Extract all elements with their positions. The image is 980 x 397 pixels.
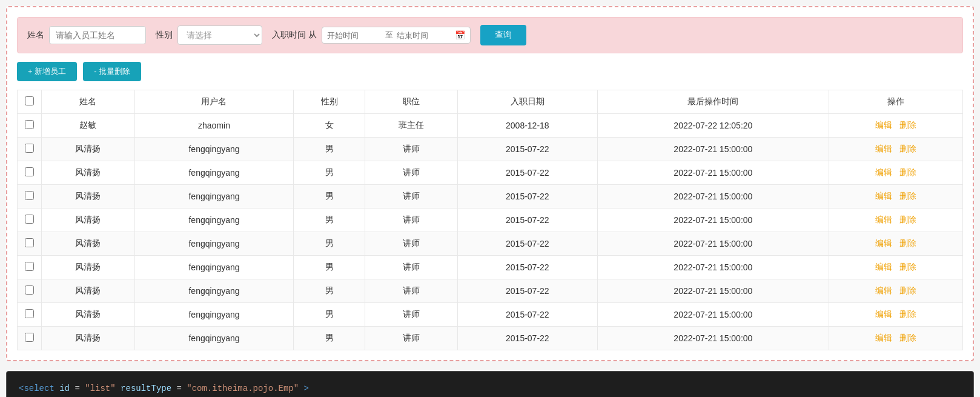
edit-link-0[interactable]: 编辑	[875, 120, 892, 130]
row-checkbox-7[interactable]	[25, 285, 34, 295]
name-label: 姓名	[27, 30, 44, 41]
row-checkbox-0[interactable]	[25, 120, 34, 129]
table-row: 风清扬 fengqingyang 男 讲师 2015-07-22 2022-07…	[18, 279, 963, 303]
cell-name: 风清扬	[42, 232, 135, 256]
row-checkbox-cell	[18, 161, 42, 185]
name-input[interactable]	[49, 26, 146, 44]
cell-entry-date: 2015-07-22	[458, 303, 598, 327]
delete-link-7[interactable]: 删除	[899, 285, 916, 295]
col-header-last-op: 最后操作时间	[597, 90, 829, 114]
cell-name: 风清扬	[42, 303, 135, 327]
edit-link-1[interactable]: 编辑	[875, 144, 892, 153]
cell-last-op: 2022-07-21 15:00:00	[597, 232, 829, 256]
edit-link-2[interactable]: 编辑	[875, 167, 892, 177]
cell-actions: 编辑 删除	[829, 256, 963, 279]
main-panel: 姓名 性别 请选择 男 女 入职时间 从 至 📅 查询 + 新增员工 - 批量删…	[6, 6, 974, 361]
cell-actions: 编辑 删除	[829, 232, 963, 256]
table-row: 风清扬 fengqingyang 男 讲师 2015-07-22 2022-07…	[18, 138, 963, 161]
row-checkbox-cell	[18, 303, 42, 327]
cell-entry-date: 2015-07-22	[458, 161, 598, 185]
cell-gender: 女	[294, 114, 365, 138]
delete-link-5[interactable]: 删除	[899, 238, 916, 248]
cell-name: 风清扬	[42, 161, 135, 185]
row-checkbox-cell	[18, 209, 42, 232]
cell-username: fengqingyang	[134, 185, 294, 209]
select-tag-gt: >	[304, 384, 309, 393]
table-row: 风清扬 fengqingyang 男 讲师 2015-07-22 2022-07…	[18, 303, 963, 327]
sql-line-1: <select id = "list" resultType = "com.it…	[19, 381, 961, 396]
date-end-input[interactable]	[397, 31, 451, 40]
date-start-input[interactable]	[327, 31, 382, 40]
cell-actions: 编辑 删除	[829, 209, 963, 232]
add-employee-button[interactable]: + 新增员工	[17, 62, 77, 81]
cell-position: 讲师	[365, 209, 458, 232]
row-checkbox-6[interactable]	[25, 262, 34, 271]
col-header-actions: 操作	[829, 90, 963, 114]
table-row: 风清扬 fengqingyang 男 讲师 2015-07-22 2022-07…	[18, 256, 963, 279]
cell-gender: 男	[294, 161, 365, 185]
row-checkbox-4[interactable]	[25, 215, 34, 224]
row-checkbox-cell	[18, 327, 42, 350]
cell-last-op: 2022-07-21 15:00:00	[597, 303, 829, 327]
delete-link-3[interactable]: 删除	[899, 191, 916, 201]
batch-delete-button[interactable]: - 批量删除	[83, 62, 141, 81]
cell-name: 风清扬	[42, 209, 135, 232]
cell-actions: 编辑 删除	[829, 185, 963, 209]
table-row: 风清扬 fengqingyang 男 讲师 2015-07-22 2022-07…	[18, 185, 963, 209]
cell-actions: 编辑 删除	[829, 114, 963, 138]
cell-last-op: 2022-07-21 15:00:00	[597, 209, 829, 232]
delete-link-8[interactable]: 删除	[899, 309, 916, 319]
edit-link-4[interactable]: 编辑	[875, 215, 892, 224]
edit-link-5[interactable]: 编辑	[875, 238, 892, 248]
employee-table: 姓名 用户名 性别 职位 入职日期 最后操作时间 操作 赵敏 zhaomin 女…	[17, 90, 963, 350]
edit-link-8[interactable]: 编辑	[875, 309, 892, 319]
row-checkbox-2[interactable]	[25, 167, 34, 176]
col-header-name: 姓名	[42, 90, 135, 114]
sql-eq2: =	[177, 384, 182, 393]
row-checkbox-9[interactable]	[25, 333, 34, 342]
cell-last-op: 2022-07-22 12:05:20	[597, 114, 829, 138]
cell-gender: 男	[294, 138, 365, 161]
cell-gender: 男	[294, 185, 365, 209]
edit-link-9[interactable]: 编辑	[875, 333, 892, 342]
edit-link-7[interactable]: 编辑	[875, 285, 892, 295]
cell-last-op: 2022-07-21 15:00:00	[597, 279, 829, 303]
delete-link-4[interactable]: 删除	[899, 215, 916, 224]
delete-link-9[interactable]: 删除	[899, 333, 916, 342]
cell-position: 讲师	[365, 161, 458, 185]
row-checkbox-cell	[18, 185, 42, 209]
cell-last-op: 2022-07-21 15:00:00	[597, 138, 829, 161]
cell-actions: 编辑 删除	[829, 138, 963, 161]
col-header-username: 用户名	[134, 90, 294, 114]
cell-username: fengqingyang	[134, 327, 294, 350]
table-row: 风清扬 fengqingyang 男 讲师 2015-07-22 2022-07…	[18, 161, 963, 185]
row-checkbox-cell	[18, 138, 42, 161]
table-row: 风清扬 fengqingyang 男 讲师 2015-07-22 2022-07…	[18, 232, 963, 256]
cell-entry-date: 2015-07-22	[458, 327, 598, 350]
row-checkbox-5[interactable]	[25, 238, 34, 247]
cell-name: 风清扬	[42, 138, 135, 161]
cell-entry-date: 2015-07-22	[458, 185, 598, 209]
cell-name: 风清扬	[42, 185, 135, 209]
delete-link-2[interactable]: 删除	[899, 167, 916, 177]
delete-link-6[interactable]: 删除	[899, 262, 916, 272]
select-all-checkbox[interactable]	[25, 96, 34, 105]
gender-select[interactable]: 请选择 男 女	[177, 25, 262, 45]
edit-link-6[interactable]: 编辑	[875, 262, 892, 272]
col-header-entry-date: 入职日期	[458, 90, 598, 114]
header-checkbox-cell	[18, 90, 42, 114]
delete-link-0[interactable]: 删除	[899, 120, 916, 130]
row-checkbox-1[interactable]	[25, 144, 34, 153]
cell-username: fengqingyang	[134, 209, 294, 232]
row-checkbox-8[interactable]	[25, 309, 34, 318]
cell-actions: 编辑 删除	[829, 303, 963, 327]
sql-val-result: "com.itheima.pojo.Emp"	[187, 384, 299, 393]
calendar-icon: 📅	[455, 30, 465, 40]
row-checkbox-3[interactable]	[25, 191, 34, 200]
delete-link-1[interactable]: 删除	[899, 144, 916, 153]
query-button[interactable]: 查询	[480, 25, 526, 45]
search-bar: 姓名 性别 请选择 男 女 入职时间 从 至 📅 查询	[17, 17, 963, 53]
cell-name: 风清扬	[42, 256, 135, 279]
cell-username: zhaomin	[134, 114, 294, 138]
edit-link-3[interactable]: 编辑	[875, 191, 892, 201]
